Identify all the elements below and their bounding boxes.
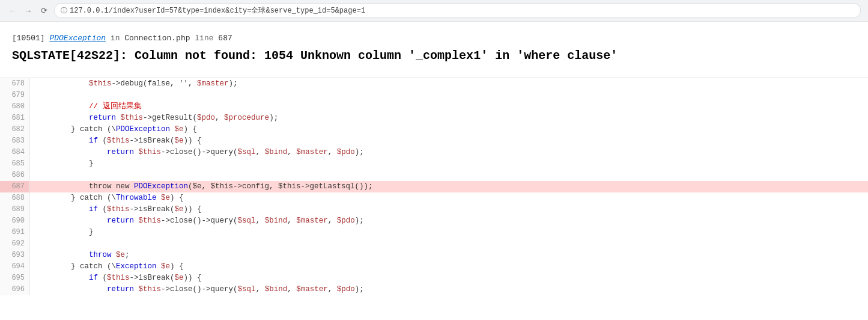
line-content: throw new PDOException($e, $this->config…	[30, 181, 378, 192]
line-content: return $this->close()->query($sql, $bind…	[30, 147, 369, 158]
line-number: 695	[0, 272, 30, 284]
line-content: if ($this->isBreak($e)) {	[30, 135, 207, 147]
line-number: 681	[0, 112, 30, 124]
line-content: } catch (\Throwable $e) {	[30, 192, 189, 204]
line-number: 689	[0, 204, 30, 215]
line-number: 690	[0, 215, 30, 227]
line-content: } catch (\PDOException $e) {	[30, 124, 202, 135]
url-text: 127.0.0.1/index?userId=57&type=index&cit…	[70, 5, 365, 16]
line-number: 687	[0, 181, 30, 192]
browser-toolbar: ← → ⟳ ⓘ 127.0.0.1/index?userId=57&type=i…	[0, 0, 868, 22]
error-line-label: line	[195, 34, 213, 43]
line-number: 685	[0, 158, 30, 170]
code-line: 682 } catch (\PDOException $e) {	[0, 124, 868, 135]
error-in-text: in	[111, 34, 124, 43]
line-number: 686	[0, 170, 30, 181]
code-line: 684 return $this->close()->query($sql, $…	[0, 147, 868, 158]
code-line: 688 } catch (\Throwable $e) {	[0, 192, 868, 204]
error-line-num: 687	[218, 34, 232, 43]
back-button[interactable]: ←	[7, 5, 18, 16]
code-line: 695 if ($this->isBreak($e)) {	[0, 272, 868, 284]
line-content: throw $e;	[30, 250, 135, 261]
address-bar[interactable]: ⓘ 127.0.0.1/index?userId=57&type=index&c…	[54, 3, 861, 18]
line-number: 680	[0, 101, 30, 112]
code-line: 693 throw $e;	[0, 250, 868, 261]
line-content: }	[30, 227, 99, 238]
code-block: 678 $this->debug(false, '', $master);679…	[0, 78, 868, 295]
error-header: [10501] PDOException in Connection.php l…	[0, 22, 868, 78]
line-number: 679	[0, 90, 30, 101]
code-line: 687 throw new PDOException($e, $this->co…	[0, 181, 868, 192]
line-number: 693	[0, 250, 30, 261]
line-content: } catch (\Exception $e) {	[30, 261, 189, 272]
code-line: 696 return $this->close()->query($sql, $…	[0, 284, 868, 295]
line-number: 696	[0, 284, 30, 295]
line-content: }	[30, 158, 99, 170]
code-line: 678 $this->debug(false, '', $master);	[0, 78, 868, 90]
line-content	[30, 238, 40, 250]
line-content	[30, 90, 40, 101]
error-file: Connection.php	[124, 34, 190, 43]
forward-button[interactable]: →	[23, 5, 34, 16]
line-content: if ($this->isBreak($e)) {	[30, 204, 207, 215]
line-content: return $this->getResult($pdo, $procedure…	[30, 112, 283, 124]
line-number: 688	[0, 192, 30, 204]
code-line: 680 // 返回结果集	[0, 101, 868, 112]
code-line: 690 return $this->close()->query($sql, $…	[0, 215, 868, 227]
code-line: 692	[0, 238, 868, 250]
exception-class[interactable]: PDOException	[49, 34, 106, 43]
code-line: 694 } catch (\Exception $e) {	[0, 261, 868, 272]
error-summary-line: [10501] PDOException in Connection.php l…	[12, 34, 856, 43]
code-line: 685 }	[0, 158, 868, 170]
error-message: SQLSTATE[42S22]: Column not found: 1054 …	[12, 48, 856, 64]
line-content: return $this->close()->query($sql, $bind…	[30, 215, 369, 227]
line-number: 683	[0, 135, 30, 147]
line-content: if ($this->isBreak($e)) {	[30, 272, 207, 284]
line-number: 678	[0, 78, 30, 90]
line-content	[30, 170, 40, 181]
line-content: $this->debug(false, '', $master);	[30, 78, 243, 90]
code-line: 681 return $this->getResult($pdo, $proce…	[0, 112, 868, 124]
line-number: 694	[0, 261, 30, 272]
refresh-button[interactable]: ⟳	[38, 5, 49, 16]
code-line: 679	[0, 90, 868, 101]
code-line: 686	[0, 170, 868, 181]
line-content: // 返回结果集	[30, 101, 147, 112]
line-number: 692	[0, 238, 30, 250]
line-content: return $this->close()->query($sql, $bind…	[30, 284, 369, 295]
line-number: 682	[0, 124, 30, 135]
line-number: 684	[0, 147, 30, 158]
code-line: 691 }	[0, 227, 868, 238]
code-line: 689 if ($this->isBreak($e)) {	[0, 204, 868, 215]
error-code: [10501]	[12, 34, 45, 43]
line-number: 691	[0, 227, 30, 238]
code-line: 683 if ($this->isBreak($e)) {	[0, 135, 868, 147]
lock-icon: ⓘ	[61, 6, 67, 15]
